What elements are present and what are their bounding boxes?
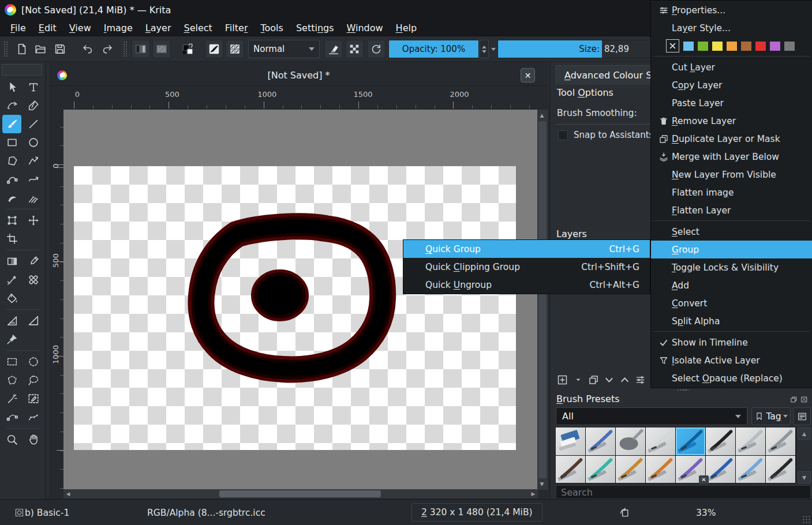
pattern-chooser-button[interactable] xyxy=(152,40,171,58)
undo-button[interactable] xyxy=(81,40,95,58)
menu-image[interactable]: Image xyxy=(98,21,139,35)
tool-measure[interactable] xyxy=(2,312,21,330)
tool-select-shapes[interactable] xyxy=(2,78,21,96)
tool-edit-shapes[interactable] xyxy=(2,96,21,115)
tool-transform[interactable] xyxy=(2,211,21,230)
tool-ellipse[interactable] xyxy=(24,133,43,152)
document-close-button[interactable]: ✕ xyxy=(521,68,535,82)
size-slider[interactable]: Size: 82,89 xyxy=(497,40,671,58)
menu-item-split-alpha[interactable]: Split Alpha xyxy=(651,312,812,330)
submenu-item-quick-group[interactable]: Quick GroupCtrl+G xyxy=(403,240,650,258)
preset-delete-badge[interactable]: ✕ xyxy=(699,475,709,484)
move-layer-down-button[interactable] xyxy=(602,373,616,387)
menu-file[interactable]: File xyxy=(4,21,32,35)
brush-preset-pencil-blue[interactable] xyxy=(706,456,735,483)
tool-freehand-path[interactable] xyxy=(24,170,43,189)
menu-item-select-opaque-replace[interactable]: Select Opaque (Replace) xyxy=(651,369,812,387)
brush-preset-paintbrush-gold[interactable] xyxy=(616,456,645,483)
toolbar-grip[interactable] xyxy=(123,41,128,57)
menu-item-convert[interactable]: Convert xyxy=(651,294,812,312)
save-document-button[interactable] xyxy=(53,40,67,58)
horizontal-scrollbar-thumb[interactable] xyxy=(219,490,381,497)
menu-item-duplicate-layer-or-mask[interactable]: Duplicate Layer or Mask xyxy=(651,130,812,148)
tool-polyline[interactable] xyxy=(24,152,43,170)
tool-rectangular-selection[interactable] xyxy=(2,352,21,371)
brush-preset-round-brush-orange[interactable] xyxy=(646,456,675,483)
menu-item-new-layer-from-visible[interactable]: New Layer From Visible xyxy=(651,166,812,183)
new-document-button[interactable] xyxy=(15,40,29,58)
docker-float-button[interactable] xyxy=(790,396,798,403)
brush-preset-ink-pen-white[interactable] xyxy=(646,427,675,455)
canvas-viewport[interactable] xyxy=(63,110,538,490)
tool-polygonal-selection[interactable] xyxy=(2,371,21,389)
tool-magnetic-selection[interactable] xyxy=(24,408,43,426)
menu-item-paste-layer[interactable]: Paste Layer xyxy=(651,94,812,112)
toolbar-grip[interactable] xyxy=(3,41,8,57)
preset-scrollbar[interactable]: ▲ ▼ xyxy=(798,427,811,483)
menu-item-flatten-layer[interactable]: Flatten Layer xyxy=(651,201,812,219)
tool-elliptical-selection[interactable] xyxy=(24,352,43,371)
menu-help[interactable]: Help xyxy=(390,21,423,35)
opacity-options-dropdown[interactable] xyxy=(489,40,497,58)
tool-colorize-mask[interactable] xyxy=(2,271,21,289)
tool-move[interactable] xyxy=(24,211,43,230)
preset-search-input[interactable] xyxy=(556,485,811,499)
menu-item-toggle-locks-visibility[interactable]: Toggle Locks & Visibility xyxy=(651,258,812,276)
menu-item-properties[interactable]: Properties... xyxy=(651,1,812,19)
tool-pan[interactable] xyxy=(24,430,43,449)
color-label-swatch[interactable] xyxy=(741,42,751,51)
scroll-down-icon[interactable]: ▼ xyxy=(798,471,811,483)
tool-assistants[interactable] xyxy=(24,312,43,330)
menu-item-copy-layer[interactable]: Copy Layer xyxy=(651,76,812,94)
menu-item-merge-with-layer-below[interactable]: Merge with Layer Below xyxy=(651,148,812,166)
menu-item-flatten-image[interactable]: Flatten image xyxy=(651,183,812,201)
toolbox-handle[interactable] xyxy=(2,64,42,76)
tool-calligraphy[interactable] xyxy=(24,96,43,115)
docker-close-button[interactable] xyxy=(800,396,808,403)
menu-item-isolate-active-layer[interactable]: Isolate Active Layer xyxy=(651,351,812,369)
preset-view-mode-button[interactable] xyxy=(793,407,811,425)
vertical-scrollbar[interactable]: ▲ ▼ xyxy=(537,110,548,490)
choose-brush-preset-button[interactable] xyxy=(226,40,244,58)
tool-polygon[interactable] xyxy=(2,152,21,170)
foreground-background-colors[interactable] xyxy=(177,40,199,58)
brush-preset-paintbrush-wet[interactable] xyxy=(556,456,585,483)
tool-reference-images[interactable] xyxy=(2,330,21,348)
spin-up-icon[interactable] xyxy=(482,46,487,48)
tab-tool-options[interactable]: Tool Options xyxy=(557,87,613,98)
menu-item-group[interactable]: Group xyxy=(651,241,812,258)
scroll-left-icon[interactable]: ◀ xyxy=(63,489,73,498)
redo-button[interactable] xyxy=(100,40,114,58)
tool-freehand-selection[interactable] xyxy=(24,371,43,389)
menu-filter[interactable]: Filter xyxy=(219,21,255,35)
scroll-down-icon[interactable]: ▼ xyxy=(537,479,547,489)
tool-dynamic-brush[interactable] xyxy=(2,189,21,207)
image-dimensions-button[interactable]: 2 320 x 1 480 (21,4 MiB) xyxy=(411,503,542,522)
tool-text[interactable] xyxy=(24,78,43,96)
reload-original-preset-button[interactable] xyxy=(367,40,386,58)
menu-item-layer-style[interactable]: Layer Style... xyxy=(651,19,812,37)
tool-multibrush[interactable] xyxy=(24,189,43,207)
menu-view[interactable]: View xyxy=(63,21,98,35)
preset-filter-select[interactable]: All xyxy=(556,407,747,425)
color-label-swatch[interactable] xyxy=(784,42,795,51)
tag-button[interactable]: Tag xyxy=(751,407,791,425)
menu-item-cut-layer[interactable]: Cut Layer xyxy=(651,58,812,76)
menu-layer[interactable]: Layer xyxy=(139,21,178,35)
menu-item-show-in-timeline[interactable]: Show in Timeline xyxy=(651,333,812,351)
brush-preset-fineliner-orange[interactable] xyxy=(736,427,765,455)
menu-item-add[interactable]: Add xyxy=(651,276,812,294)
add-layer-button[interactable] xyxy=(555,373,570,387)
vertical-scrollbar-thumb[interactable] xyxy=(538,121,547,478)
snap-to-assistants-checkbox[interactable] xyxy=(558,130,568,140)
brush-preset-marker-details[interactable] xyxy=(676,427,705,455)
menu-window[interactable]: Window xyxy=(340,21,390,35)
open-document-button[interactable] xyxy=(33,40,47,58)
blending-mode-select[interactable]: Normal xyxy=(248,40,320,58)
tool-similar-color-selection[interactable] xyxy=(24,389,43,408)
eraser-mode-button[interactable] xyxy=(324,40,343,58)
brush-preset-eraser-hard[interactable] xyxy=(556,427,585,455)
brush-preset-paintbrush-teal[interactable] xyxy=(586,456,615,483)
menu-edit[interactable]: Edit xyxy=(32,21,63,35)
rotate-reset-button[interactable] xyxy=(619,500,630,525)
